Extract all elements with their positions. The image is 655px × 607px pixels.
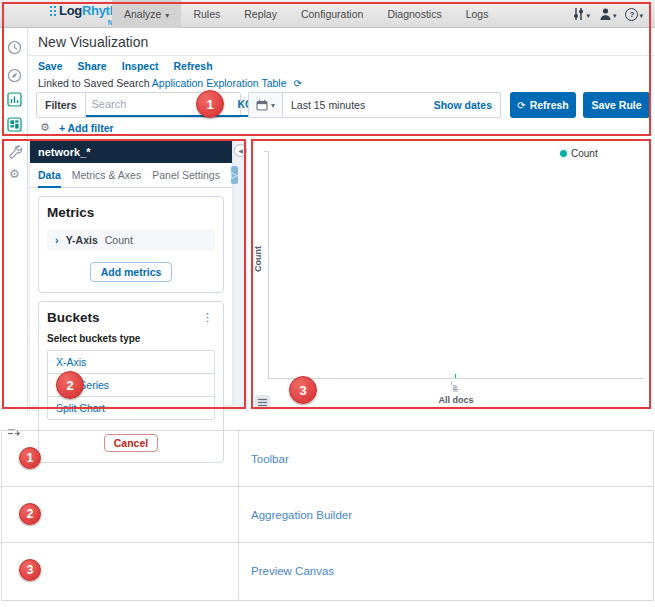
chart-legend[interactable]: Count	[560, 148, 598, 159]
dev-tools-wrench-icon[interactable]	[7, 144, 22, 159]
table-link-preview-canvas[interactable]: Preview Canvas	[251, 565, 334, 577]
show-dates-link[interactable]: Show dates	[434, 99, 500, 111]
legend-series-label: Count	[571, 148, 598, 159]
dashboard-icon[interactable]	[7, 117, 22, 132]
refresh-link-button[interactable]: Refresh	[173, 60, 212, 72]
legend-toggle-button[interactable]	[255, 395, 270, 410]
editor-tabs: Data Metrics & Axes Panel Settings ▷ ✕	[30, 163, 232, 188]
settings-sliders-menu[interactable]: ▾	[572, 7, 590, 21]
kebab-menu-icon[interactable]: ⋮	[200, 311, 215, 324]
saved-search-link[interactable]: Application Exploration Table	[152, 77, 287, 89]
recent-clock-icon[interactable]	[7, 40, 22, 55]
x-axis-tick	[455, 374, 456, 378]
metrics-card: Metrics › Y-Axis Count Add metrics	[38, 196, 224, 293]
nav-right-icons: ▾ ▾ ? ▾	[572, 0, 643, 28]
preview-canvas	[249, 139, 653, 411]
buckets-title: Buckets	[47, 310, 100, 325]
annotation-callout-3: 3	[289, 376, 317, 404]
calendar-icon	[256, 99, 268, 111]
callout-badge-1: 1	[19, 447, 41, 469]
tab-data[interactable]: Data	[38, 163, 61, 188]
y-axis-label: Y-Axis	[66, 234, 98, 246]
filter-gear-icon[interactable]: ⚙	[40, 121, 50, 134]
nav-menu: Analyze▾ Rules Replay Configuration Diag…	[112, 0, 500, 28]
nav-item-analyze[interactable]: Analyze▾	[112, 0, 181, 28]
search-input-wrap: KQL	[86, 93, 267, 117]
callout-legend-table: 1 Toolbar 2 Aggregation Builder 3 Previe…	[1, 430, 654, 601]
legend-series-dot-icon	[560, 150, 567, 157]
add-filter-link[interactable]: + Add filter	[59, 122, 114, 134]
apply-changes-button[interactable]: ▷	[231, 166, 238, 184]
table-link-aggregation-builder[interactable]: Aggregation Builder	[251, 509, 352, 521]
unlink-saved-search-icon[interactable]: ⟳	[293, 78, 301, 89]
caret-down-icon: ▾	[165, 11, 169, 20]
callout-badge-3: 3	[19, 559, 41, 581]
play-icon: ▷	[231, 170, 238, 180]
app-sidebar: ⚙	[0, 28, 28, 412]
aggregation-builder-panel: network_* Data Metrics & Axes Panel Sett…	[30, 141, 232, 405]
nav-item-replay[interactable]: Replay	[232, 0, 289, 28]
tab-metrics-axes[interactable]: Metrics & Axes	[72, 163, 141, 188]
x-axis-tick-label: _all	[452, 381, 459, 392]
y-axis-count-accordion[interactable]: › Y-Axis Count	[47, 229, 215, 251]
nav-item-logs[interactable]: Logs	[454, 0, 501, 28]
top-nav-bar: LogRhythm™ NetMon Analyze▾ Rules Replay …	[0, 0, 655, 28]
help-icon: ?	[625, 8, 638, 21]
chevron-right-icon: ›	[55, 234, 59, 246]
table-cell-label: Toolbar	[239, 431, 653, 486]
callout-badge-2: 2	[19, 503, 41, 525]
y-axis-value: Count	[105, 234, 133, 246]
table-cell-number: 2	[2, 487, 239, 542]
metrics-title: Metrics	[47, 205, 215, 220]
linked-saved-search: Linked to Saved Search Application Explo…	[38, 77, 302, 89]
refresh-icon: ⟳	[517, 100, 525, 111]
title-bar: New Visualization	[28, 28, 655, 56]
date-quick-select[interactable]: ▾	[249, 93, 283, 117]
refresh-button[interactable]: ⟳ Refresh	[510, 92, 576, 118]
page-title: New Visualization	[38, 34, 148, 50]
nav-item-configuration[interactable]: Configuration	[289, 0, 375, 28]
save-rule-button[interactable]: Save Rule	[583, 92, 650, 118]
help-menu[interactable]: ? ▾	[625, 8, 643, 21]
share-button[interactable]: Share	[78, 60, 107, 72]
annotation-callout-1: 1	[196, 90, 224, 118]
buckets-header: Buckets ⋮	[47, 310, 215, 325]
y-axis-tick	[264, 151, 268, 152]
caret-down-icon: ▾	[613, 11, 617, 21]
x-axis-line	[268, 378, 645, 379]
table-row: 1 Toolbar	[2, 431, 653, 487]
time-range-value[interactable]: Last 15 minutes	[283, 99, 434, 111]
add-metrics-button[interactable]: Add metrics	[90, 262, 173, 282]
logo-text-log: Log	[59, 3, 82, 18]
y-axis-line	[268, 151, 269, 378]
table-cell-number: 3	[2, 543, 239, 599]
management-gear-icon[interactable]: ⚙	[7, 167, 22, 182]
bucket-option-split-chart[interactable]: Split Chart	[48, 397, 214, 419]
nav-item-rules[interactable]: Rules	[181, 0, 232, 28]
table-cell-label: Preview Canvas	[239, 543, 653, 599]
table-cell-label: Aggregation Builder	[239, 487, 653, 542]
table-row: 3 Preview Canvas	[2, 543, 653, 599]
save-button[interactable]: Save	[38, 60, 63, 72]
user-menu[interactable]: ▾	[599, 7, 617, 21]
discover-compass-icon[interactable]	[7, 68, 22, 83]
linked-saved-search-text: Linked to Saved Search	[38, 77, 150, 89]
table-row: 2 Aggregation Builder	[2, 487, 653, 543]
inspect-button[interactable]: Inspect	[122, 60, 159, 72]
sliders-icon	[572, 7, 585, 21]
user-icon	[599, 7, 612, 21]
tab-panel-settings[interactable]: Panel Settings	[152, 163, 220, 188]
logrhythm-mark-icon	[50, 6, 57, 16]
annotation-callout-2: 2	[56, 371, 84, 399]
add-filter-row: ⚙ + Add filter	[40, 121, 114, 134]
nav-item-diagnostics[interactable]: Diagnostics	[375, 0, 453, 28]
date-picker: ▾ Last 15 minutes Show dates	[248, 92, 501, 118]
caret-down-icon: ▾	[586, 11, 590, 21]
table-link-toolbar[interactable]: Toolbar	[251, 453, 289, 465]
y-axis-title: Count	[253, 244, 263, 274]
filters-button[interactable]: Filters	[37, 93, 86, 117]
collapse-editor-icon[interactable]: ◀	[234, 144, 247, 157]
visualize-chart-icon[interactable]	[7, 92, 22, 107]
index-pattern-header: network_*	[30, 141, 232, 163]
caret-down-icon: ▾	[271, 101, 275, 110]
